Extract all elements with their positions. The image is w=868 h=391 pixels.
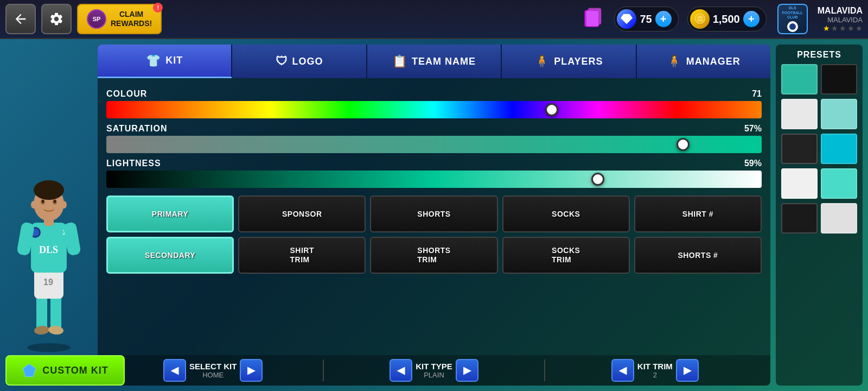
claim-text: CLAIMREWARDS! bbox=[111, 10, 152, 28]
tab-team-name-label: TEAM NAME bbox=[412, 56, 476, 67]
svg-rect-5 bbox=[50, 293, 61, 331]
nav-tabs: 👕 KIT 🛡 LOGO 📋 TEAM NAME 🧍 PLAYERS 🧍 MAN… bbox=[98, 45, 770, 78]
preset-row-5 bbox=[781, 203, 857, 234]
tab-logo-label: LOGO bbox=[292, 56, 323, 67]
team-name-tab-icon: 📋 bbox=[392, 54, 407, 68]
lightness-slider[interactable] bbox=[106, 171, 762, 188]
tab-players-label: PLAYERS bbox=[554, 56, 603, 67]
add-gems-button[interactable]: + bbox=[655, 11, 672, 27]
back-button[interactable] bbox=[5, 4, 36, 34]
lightness-value: 59% bbox=[744, 159, 762, 168]
svg-point-22 bbox=[42, 200, 44, 203]
select-kit-value: HOME bbox=[189, 371, 237, 379]
main-content: 19 DLS 19 bbox=[0, 39, 868, 391]
kit-type-title: KIT TYPE bbox=[416, 362, 452, 371]
preset-swatch-2a[interactable] bbox=[781, 99, 818, 129]
saturation-slider[interactable] bbox=[106, 136, 762, 153]
star-1: ★ bbox=[823, 24, 830, 33]
presets-panel: PRESETS bbox=[776, 45, 863, 386]
saturation-slider-thumb[interactable] bbox=[676, 138, 690, 151]
colour-slider-thumb[interactable] bbox=[545, 103, 558, 116]
sponsor-color-button[interactable]: SPONSOR bbox=[238, 195, 366, 232]
socks-trim-color-button[interactable]: SOCKSTRIM bbox=[502, 237, 630, 274]
add-coins-button[interactable]: + bbox=[743, 11, 760, 27]
saturation-value: 57% bbox=[744, 124, 762, 134]
claim-rewards-button[interactable]: ! SP CLAIMREWARDS! bbox=[77, 4, 162, 34]
tab-team-name[interactable]: 📋 TEAM NAME bbox=[367, 45, 502, 78]
svg-text:DLS: DLS bbox=[39, 244, 58, 255]
kit-trim-next-button[interactable]: ▶ bbox=[676, 359, 699, 382]
shorts-trim-color-button[interactable]: SHORTSTRIM bbox=[370, 237, 497, 274]
svg-point-19 bbox=[34, 180, 64, 200]
colour-slider-row: COLOUR 71 bbox=[106, 89, 762, 118]
kit-navigation-bar: ◀ SELECT KIT HOME ▶ ◀ KIT TYPE PLAIN ▶ bbox=[98, 355, 770, 386]
select-kit-prev-button[interactable]: ◀ bbox=[163, 359, 186, 382]
select-kit-title: SELECT KIT bbox=[189, 362, 237, 371]
preset-swatch-4a[interactable] bbox=[781, 168, 818, 199]
preset-swatch-5a[interactable] bbox=[781, 203, 818, 234]
shorts-num-color-button[interactable]: SHORTS # bbox=[634, 237, 762, 274]
preset-row-2 bbox=[781, 99, 857, 129]
lightness-slider-row: LIGHTNESS 59% bbox=[106, 159, 762, 188]
select-kit-section: ◀ SELECT KIT HOME ▶ bbox=[103, 359, 323, 382]
preset-swatch-1b[interactable] bbox=[821, 64, 857, 94]
svg-point-23 bbox=[54, 200, 56, 203]
preset-swatch-1a[interactable] bbox=[781, 64, 818, 94]
kit-tab-icon: 👕 bbox=[146, 54, 161, 68]
kit-trim-prev-button[interactable]: ◀ bbox=[611, 359, 634, 382]
saturation-slider-header: SATURATION 57% bbox=[106, 124, 762, 134]
manager-tab-icon: 🧍 bbox=[667, 54, 682, 68]
tab-players[interactable]: 🧍 PLAYERS bbox=[502, 45, 636, 78]
kit-trim-label: KIT TRIM 2 bbox=[637, 362, 673, 379]
star-3: ★ bbox=[839, 24, 846, 33]
shorts-color-button[interactable]: SHORTS bbox=[370, 195, 497, 232]
tab-logo[interactable]: 🛡 LOGO bbox=[232, 45, 367, 78]
custom-kit-button[interactable]: CUSTOM KIT bbox=[5, 355, 125, 386]
secondary-color-button[interactable]: SECONDARY bbox=[106, 237, 234, 274]
svg-text:19: 19 bbox=[43, 278, 53, 287]
lightness-slider-header: LIGHTNESS 59% bbox=[106, 159, 762, 168]
star-2: ★ bbox=[831, 24, 838, 33]
kit-type-prev-button[interactable]: ◀ bbox=[390, 359, 412, 382]
preset-row-4 bbox=[781, 168, 857, 199]
settings-button[interactable] bbox=[41, 4, 72, 34]
primary-color-button[interactable]: PRIMARY bbox=[106, 195, 234, 232]
preset-row-1 bbox=[781, 64, 857, 94]
tab-manager[interactable]: 🧍 MANAGER bbox=[637, 45, 770, 78]
colour-slider[interactable] bbox=[106, 101, 762, 118]
svg-point-3 bbox=[27, 343, 71, 352]
card-icon-button[interactable] bbox=[583, 7, 604, 31]
shirt-trim-color-button[interactable]: SHIRTTRIM bbox=[238, 237, 366, 274]
coin-icon: 🪙 bbox=[690, 9, 710, 29]
svg-rect-4 bbox=[36, 293, 47, 331]
select-kit-label: SELECT KIT HOME bbox=[189, 362, 237, 379]
socks-color-button[interactable]: SOCKS bbox=[502, 195, 630, 232]
kit-trim-value: 2 bbox=[637, 371, 673, 379]
kit-content-area: COLOUR 71 SATURATION 57% bbox=[98, 83, 770, 351]
svg-point-24 bbox=[31, 201, 36, 209]
svg-rect-2 bbox=[586, 10, 599, 27]
profile-name: MALAVIDA bbox=[818, 6, 863, 16]
gems-currency-group: 75 + bbox=[614, 7, 678, 31]
lightness-label: LIGHTNESS bbox=[106, 159, 161, 168]
saturation-slider-row: SATURATION 57% bbox=[106, 124, 762, 153]
preset-swatch-5b[interactable] bbox=[821, 203, 857, 234]
preset-swatch-3a[interactable] bbox=[781, 134, 818, 164]
svg-marker-26 bbox=[23, 364, 35, 376]
kit-type-next-button[interactable]: ▶ bbox=[456, 359, 478, 382]
coins-currency-group: 🪙 1,500 + bbox=[687, 7, 767, 31]
tab-kit[interactable]: 👕 KIT bbox=[98, 45, 232, 78]
profile-info: MALAVIDA MALAVIDA ★ ★ ★ ★ ★ bbox=[818, 6, 863, 33]
preset-swatch-3b[interactable] bbox=[821, 134, 857, 164]
kit-type-value: PLAIN bbox=[416, 371, 452, 379]
player-preview-panel: 19 DLS 19 bbox=[5, 45, 92, 386]
logo-tab-icon: 🛡 bbox=[276, 54, 288, 68]
preset-swatch-4b[interactable] bbox=[821, 168, 857, 199]
preset-swatch-2b[interactable] bbox=[821, 99, 857, 129]
colour-label: COLOUR bbox=[106, 89, 147, 99]
sp-badge: SP bbox=[87, 9, 106, 29]
lightness-slider-thumb[interactable] bbox=[591, 173, 604, 186]
custom-kit-label: CUSTOM KIT bbox=[42, 365, 108, 376]
select-kit-next-button[interactable]: ▶ bbox=[240, 359, 263, 382]
shirt-num-color-button[interactable]: SHIRT # bbox=[634, 195, 762, 232]
